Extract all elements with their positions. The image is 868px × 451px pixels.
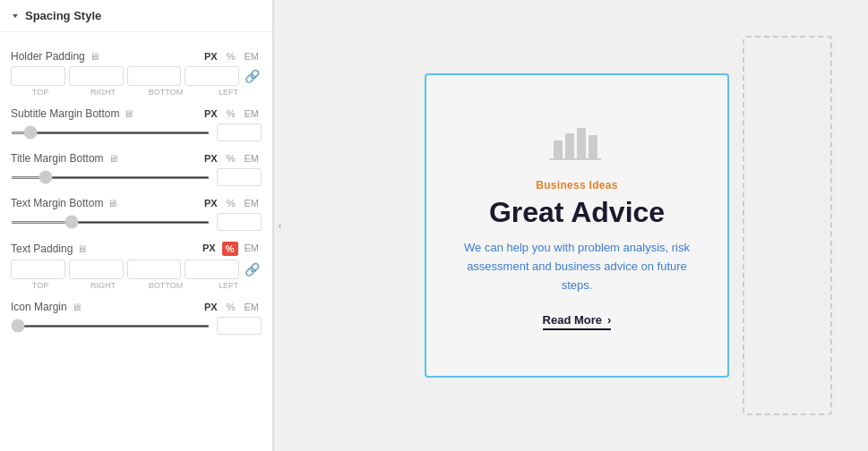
svg-marker-0 [13,14,18,18]
text-padding-left[interactable]: 12 [185,260,239,279]
holder-padding-inputs: 93 0 103 0 🔗 [11,66,262,86]
text-margin-slider-row: 29 [11,213,262,231]
holder-padding-right[interactable]: 0 [69,66,124,86]
text-padding-top[interactable]: 0 [11,260,65,279]
unit-px-text-padding[interactable]: PX [200,242,219,256]
text-margin-label: Text Margin Bottom 🖥 [11,197,117,209]
widget-subtitle: Business Ideas [536,179,618,191]
subtitle-margin-units[interactable]: PX % EM [202,107,262,120]
icon-margin-slider[interactable] [11,325,210,328]
unit-px-icon-margin[interactable]: PX [202,301,220,313]
icon-margin-slider-row [11,317,262,335]
unit-pct-holder[interactable]: % [224,50,238,63]
unit-em-title[interactable]: EM [242,152,262,165]
icon-margin-input[interactable] [217,317,262,335]
text-padding-label: Text Padding 🖥 [11,243,87,255]
subtitle-margin-slider[interactable] [11,132,210,134]
subtitle-margin-label-row: Subtitle Margin Bottom 🖥 PX % EM [11,107,262,120]
holder-padding-label: Holder Padding 🖥 [11,50,99,63]
unit-em-holder[interactable]: EM [242,50,262,63]
title-margin-input[interactable]: 15 [217,168,262,186]
text-padding-inputs: 0 12 0 12 🔗 ← [11,260,262,279]
title-margin-label-row: Title Margin Bottom 🖥 PX % EM [11,152,262,165]
text-padding-right[interactable]: 12 [69,260,124,279]
right-panel: Business Ideas Great Advice We can help … [286,0,868,451]
title-margin-units[interactable]: PX % EM [202,152,262,165]
svg-rect-2 [565,133,574,158]
unit-em-icon-margin[interactable]: EM [242,301,262,313]
chevron-down-icon [11,12,20,21]
svg-rect-1 [554,140,563,158]
text-padding-units[interactable]: PX % EM [200,242,262,256]
unit-px-text-margin[interactable]: PX [202,197,220,209]
monitor-icon-text-padding: 🖥 [77,243,87,254]
icon-margin-label-row: Icon Margin 🖥 PX % EM [11,301,262,313]
subtitle-margin-label: Subtitle Margin Bottom 🖥 [11,107,133,120]
unit-pct-icon-margin[interactable]: % [224,301,238,313]
monitor-icon-subtitle: 🖥 [124,108,133,119]
unit-px-title[interactable]: PX [202,152,220,165]
title-margin-label: Title Margin Bottom 🖥 [11,152,118,165]
unit-pct-subtitle[interactable]: % [224,107,238,120]
widget-body-text: We can help you with problem analysis, r… [453,239,700,294]
spacing-style-header[interactable]: Spacing Style [0,0,272,32]
unit-px-subtitle[interactable]: PX [202,107,220,120]
widget-card: Business Ideas Great Advice We can help … [425,73,729,378]
monitor-icon-holder: 🖥 [90,51,99,62]
holder-padding-top[interactable]: 93 [11,66,65,86]
widget-title: Great Advice [489,197,665,228]
icon-margin-units[interactable]: PX % EM [202,301,262,313]
unit-px-holder[interactable]: PX [202,50,220,63]
monitor-icon-title: 🖥 [108,153,118,164]
subtitle-margin-input[interactable]: 7 [217,123,262,141]
svg-rect-3 [577,128,586,158]
holder-padding-label-row: Holder Padding 🖥 PX % EM [11,50,262,63]
text-margin-label-row: Text Margin Bottom 🖥 PX % EM [11,197,262,209]
title-margin-slider[interactable] [11,176,210,179]
holder-padding-left[interactable]: 0 [185,66,239,86]
title-margin-slider-row: 15 [11,168,262,186]
unit-em-subtitle[interactable]: EM [242,107,262,120]
chevron-right-icon: › [607,313,611,327]
text-padding-section: Text Padding 🖥 PX % EM 0 12 0 12 🔗 ← T [11,242,262,290]
collapse-handle[interactable]: ‹ [273,0,286,451]
section-title: Spacing Style [25,9,101,22]
link-icon-text-padding[interactable]: 🔗 [243,260,262,278]
panel-content: Holder Padding 🖥 PX % EM 93 0 103 0 🔗 TO… [0,32,272,345]
holder-padding-sub-labels: TOP RIGHT BOTTOM LEFT [11,88,262,97]
subtitle-margin-slider-row: 7 [11,123,262,141]
text-padding-label-row: Text Padding 🖥 PX % EM [11,242,262,256]
monitor-icon-icon-margin: 🖥 [72,302,82,312]
unit-pct-text-margin[interactable]: % [224,197,238,209]
holder-padding-units[interactable]: PX % EM [202,50,262,63]
monitor-icon-text-margin: 🖥 [107,198,117,208]
collapse-icon: ‹ [279,221,281,231]
text-margin-input[interactable]: 29 [217,213,262,231]
holder-padding-bottom[interactable]: 103 [127,66,182,86]
widget-chart-icon [550,121,604,165]
preview-area: Business Ideas Great Advice We can help … [304,18,850,433]
link-icon-holder[interactable]: 🔗 [243,67,262,85]
left-panel: Spacing Style Holder Padding 🖥 PX % EM 9… [0,0,273,451]
text-padding-sub-labels: TOP RIGHT BOTTOM LEFT [11,281,262,290]
unit-em-text-margin[interactable]: EM [242,197,262,209]
icon-margin-label: Icon Margin 🖥 [11,301,82,313]
text-margin-units[interactable]: PX % EM [202,197,262,209]
unit-em-text-padding[interactable]: EM [242,242,262,256]
unit-pct-title[interactable]: % [224,152,238,165]
text-padding-bottom[interactable]: 0 [127,260,182,279]
read-more-button[interactable]: Read More › [543,313,612,330]
text-margin-slider[interactable] [11,221,210,224]
svg-rect-4 [589,135,597,158]
unit-pct-text-padding[interactable]: % [222,242,238,256]
dashed-placeholder-box [743,36,832,415]
